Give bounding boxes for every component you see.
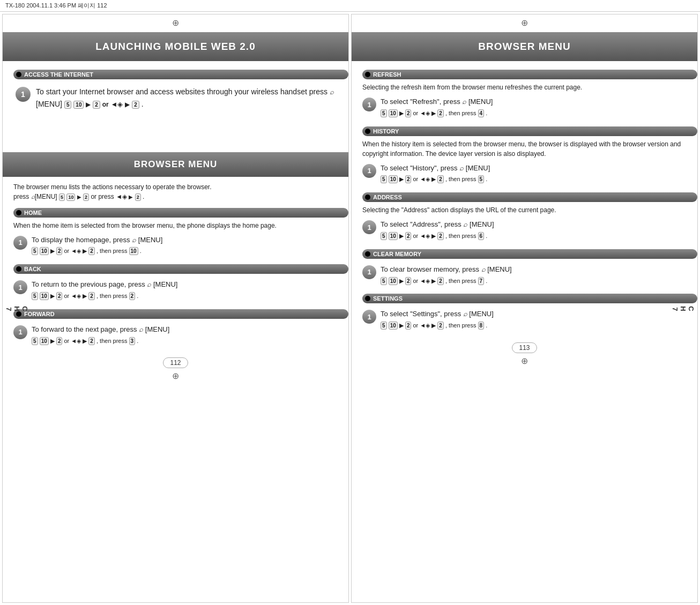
forward-step: 1 To forward to the next page, press ⌕ […	[3, 322, 348, 352]
ch7-right-tab: CH7	[671, 306, 695, 311]
step-text-history: To select "History", press ⌕ [MENU] 5 10…	[381, 163, 490, 185]
history-step: 1 To select "History", press ⌕ [MENU] 5 …	[352, 161, 697, 191]
top-crosshair-right: ⊕	[352, 14, 697, 28]
top-bar: TX-180 2004.11.1 3:46 PM 페이지 112	[0, 0, 700, 12]
step-text-settings: To select "Settings", press ⌕ [MENU] 5 1…	[381, 309, 494, 331]
badge-dot-history	[365, 129, 370, 134]
address-step: 1 To select "Address", press ⌕ [MENU] 5 …	[352, 217, 697, 247]
step-text-refresh: To select "Refresh", press ⌕ [MENU] 5 10…	[381, 96, 493, 119]
badge-address: ADDRESS	[362, 192, 697, 202]
refresh-desc: Selecting the refresh item from the brow…	[352, 83, 697, 94]
history-desc: When the history item is selected from t…	[352, 139, 697, 161]
badge-access-internet: ACCESS THE INTERNET	[13, 70, 348, 79]
badge-history: HISTORY	[362, 126, 697, 136]
badge-dot-refresh	[365, 72, 370, 77]
address-desc: Selecting the "Address" action displays …	[352, 205, 697, 217]
step-text-home: To display the homepage, press ⌕ [MENU] …	[32, 235, 162, 257]
badge-dot-forward	[16, 311, 21, 317]
home-step: 1 To display the homepage, press ⌕ [MENU…	[3, 233, 348, 263]
top-crosshair-left: ⊕	[3, 14, 348, 28]
access-internet-step: 1 To start your Internet browser and acc…	[3, 84, 348, 115]
step-text-clear: To clear browser memory, press ⌕ [MENU] …	[381, 264, 512, 287]
step-circle-refresh: 1	[362, 98, 376, 111]
badge-dot	[16, 72, 21, 77]
right-page: ⊕ BROWSER MENU REFRESH Selecting the ref…	[351, 14, 698, 603]
step-circle-forward: 1	[13, 325, 27, 339]
refresh-step: 1 To select "Refresh", press ⌕ [MENU] 5 …	[352, 94, 697, 124]
step-circle-address: 1	[362, 220, 376, 234]
browser-menu-small-header: BROWSER MENU	[3, 152, 348, 177]
step-text-back: To return to the previous page, press ⌕ …	[32, 279, 177, 302]
badge-forward: FORWARD	[13, 309, 348, 319]
page-num-right: 113	[352, 337, 697, 354]
bottom-crosshair-right: ⊕	[352, 354, 697, 368]
step-circle-clear: 1	[362, 265, 376, 279]
bottom-crosshair-left: ⊕	[3, 369, 348, 383]
badge-dot-clear-memory	[365, 251, 370, 257]
step-text-address: To select "Address", press ⌕ [MENU] 5 10…	[381, 219, 494, 242]
badge-refresh: REFRESH	[362, 70, 697, 79]
home-desc: When the home item is selected from the …	[3, 221, 348, 233]
step-text-forward: To forward to the next page, press ⌕ [ME…	[32, 324, 169, 347]
step-circle-1: 1	[16, 87, 31, 102]
step-circle-home: 1	[13, 236, 27, 250]
step-circle-back: 1	[13, 280, 27, 294]
badge-back: BACK	[13, 264, 348, 274]
step-circle-settings: 1	[362, 310, 376, 324]
badge-dot-settings	[365, 296, 370, 301]
badge-dot-back	[16, 266, 21, 272]
browser-menu-desc: The browser menu lists the actions neces…	[3, 182, 348, 206]
page-num-left: 112	[3, 352, 348, 369]
clear-memory-step: 1 To clear browser memory, press ⌕ [MENU…	[352, 262, 697, 292]
ch7-left-tab: CH7	[5, 306, 29, 311]
settings-step: 1 To select "Settings", press ⌕ [MENU] 5…	[352, 307, 697, 337]
back-step: 1 To return to the previous page, press …	[3, 277, 348, 307]
right-main-header: BROWSER MENU	[352, 32, 697, 61]
badge-dot-home	[16, 210, 21, 215]
left-page: ⊕ LAUNCHING MOBILE WEB 2.0 ACCESS THE IN…	[2, 14, 349, 603]
left-main-header: LAUNCHING MOBILE WEB 2.0	[3, 32, 348, 61]
badge-dot-address	[365, 195, 370, 200]
badge-home: HOME	[13, 208, 348, 218]
badge-clear-memory: CLEAR MEMORY	[362, 249, 697, 259]
badge-settings: SETTINGS	[362, 294, 697, 303]
step-circle-history: 1	[362, 164, 376, 178]
step-text-access: To start your Internet browser and acces…	[36, 86, 336, 110]
